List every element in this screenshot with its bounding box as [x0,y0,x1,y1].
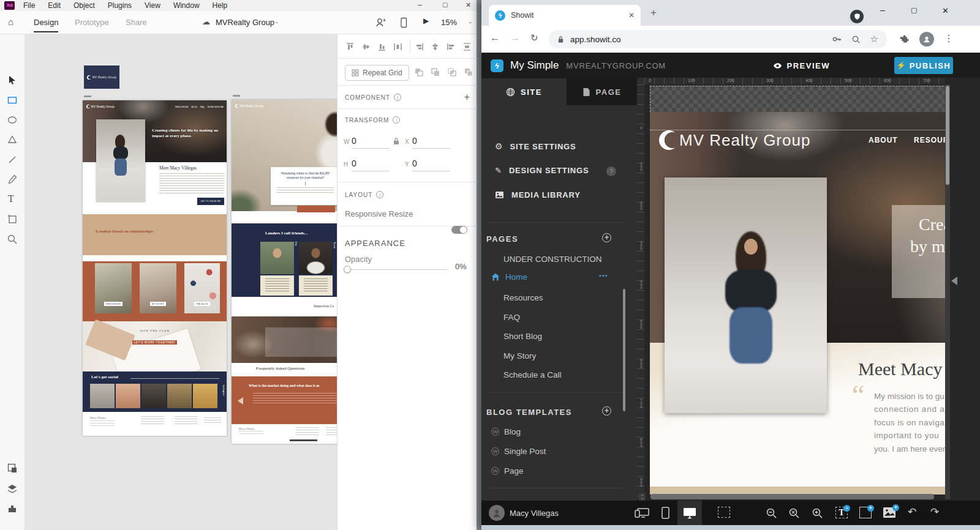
artboard2-label[interactable] [233,95,240,97]
xd-canvas[interactable]: MV Realty Group MV Realty Group RESOURCE… [24,34,337,530]
menu-file[interactable]: File [23,1,35,10]
device-desktop-icon[interactable] [683,507,696,519]
canvas-hscroll-thumb[interactable] [650,494,934,499]
add-page-button[interactable]: + [602,233,611,242]
boolean-add-icon[interactable] [414,67,424,78]
menu-view[interactable]: View [145,1,160,10]
height-field[interactable]: 0 [352,159,390,171]
opacity-slider-track[interactable] [346,269,447,270]
info-icon[interactable]: i [376,191,383,198]
zoom-tool-icon[interactable] [7,234,18,245]
tab-page[interactable]: PAGE [567,78,637,105]
document-name[interactable]: MVRealty Group [216,18,274,27]
add-image-tool-icon[interactable]: + [883,507,896,518]
boolean-subtract-icon[interactable] [431,67,441,78]
text-tool-icon[interactable]: T [8,193,14,204]
blog-template-blog[interactable]: W Blog [491,427,521,436]
tab-site[interactable]: SITE [481,78,567,105]
plugins-icon[interactable] [7,503,18,514]
menu-help[interactable]: Help [213,1,228,10]
canvas-vscroll-track[interactable] [945,84,950,499]
tab-share[interactable]: Share [126,18,147,27]
page-item-home[interactable]: Home [491,272,527,282]
undo-icon[interactable]: ↶ [908,506,916,518]
add-text-tool-icon[interactable]: T+ [835,507,848,518]
menu-window[interactable]: Window [173,1,200,10]
url-text[interactable]: app.showit.co [570,35,832,44]
tab-close-icon[interactable]: ✕ [628,11,635,20]
transparent-header-canvas[interactable] [650,86,945,112]
repeat-grid-button[interactable]: Repeat Grid [345,65,409,81]
logo-asset-thumbnail[interactable]: MV Realty Group [84,65,119,89]
boolean-exclude-icon[interactable] [464,67,474,78]
canvas-vscroll-thumb[interactable] [946,86,949,185]
profile-badge-icon[interactable] [850,10,864,23]
reload-icon[interactable]: ↻ [530,32,538,43]
browser-avatar[interactable] [919,32,934,47]
add-blog-template-button[interactable]: + [602,406,611,416]
page-item-under-construction[interactable]: UNDER CONSTRUCTION [503,255,602,264]
site-nav-about[interactable]: ABOUT [869,136,898,144]
distribute-horizontal-icon[interactable] [393,42,402,51]
browser-tab[interactable]: ϟ Showit ✕ [489,5,641,26]
opacity-slider-knob[interactable] [344,266,351,273]
extensions-icon[interactable] [900,34,910,45]
showit-logo[interactable]: ϟ [491,59,503,72]
page-options-icon[interactable]: ••• [599,272,608,279]
canvas-outline-tool-icon[interactable] [718,507,730,518]
tab-prototype[interactable]: Prototype [75,18,109,27]
align-center-icon[interactable] [431,42,440,51]
pen-tool-icon[interactable] [7,174,18,185]
zoom-in-icon[interactable] [812,507,823,519]
help-icon[interactable]: ? [606,166,616,176]
align-middle-icon[interactable] [361,42,371,51]
password-key-icon[interactable] [832,34,842,44]
select-tool-icon[interactable] [7,75,18,86]
page-item-my-story[interactable]: My Story [503,351,536,360]
zoom-chevron-icon[interactable]: ⌄ [468,18,473,24]
home-icon[interactable]: ⌂ [8,17,13,27]
boolean-intersect-icon[interactable] [447,67,458,78]
collapse-panel-arrow[interactable] [951,277,957,285]
add-canvas-tool-icon[interactable]: + [859,507,872,518]
device-preview-icon[interactable] [399,17,409,28]
url-bar[interactable]: app.showit.co ☆ [549,30,887,48]
line-tool-icon[interactable] [7,154,18,165]
forward-icon[interactable]: → [510,32,520,43]
sidebar-scrollbar[interactable] [623,289,625,411]
align-left-icon[interactable] [415,42,424,51]
zoom-out-icon[interactable] [766,507,777,519]
publish-button[interactable]: ⚡ PUBLISH [894,57,953,74]
site-domain[interactable]: MVREALTYGROUP.COM [566,61,666,70]
polygon-tool-icon[interactable] [7,134,18,145]
browser-close-button[interactable]: ✕ [942,6,949,15]
xd-close-button[interactable]: ✕ [466,1,471,9]
ellipse-tool-icon[interactable] [7,114,18,125]
page-item-resources[interactable]: Resources [503,293,543,302]
y-field[interactable]: 0 [412,159,450,171]
preview-button[interactable]: PREVIEW [773,61,830,70]
xd-minimize-button[interactable]: – [418,1,422,9]
bookmark-star-icon[interactable]: ☆ [870,34,878,45]
device-responsive-icon[interactable] [635,507,649,518]
blog-template-single-post[interactable]: W Single Post [491,447,546,456]
design-stage[interactable]: MV Realty Group ABOUT RESOUR Meet Macy V… [644,84,945,499]
menu-edit[interactable]: Edit [48,1,61,10]
page-item-short-blog[interactable]: Short Blog [503,332,542,341]
page-item-faq[interactable]: FAQ [503,313,520,322]
menu-object[interactable]: Object [74,1,95,10]
device-mobile-icon[interactable] [662,507,669,519]
sidebar-item-site-settings[interactable]: ⚙ SITE SETTINGS [495,141,576,151]
tab-design[interactable]: Design [34,18,58,32]
menu-plugins[interactable]: Plugins [108,1,132,10]
add-component-button[interactable]: + [464,92,470,103]
desktop-preview-icon[interactable]: ▶ [423,17,429,25]
zoom-fit-icon[interactable] [788,507,800,519]
lock-aspect-icon[interactable] [393,137,400,146]
align-right-icon[interactable] [447,42,456,51]
distribute-vertical-icon[interactable] [462,42,472,51]
artboard1-label[interactable] [84,95,91,97]
browser-menu-icon[interactable]: ⋮ [944,32,954,44]
align-bottom-icon[interactable] [377,42,386,51]
zoom-icon[interactable] [851,35,861,44]
